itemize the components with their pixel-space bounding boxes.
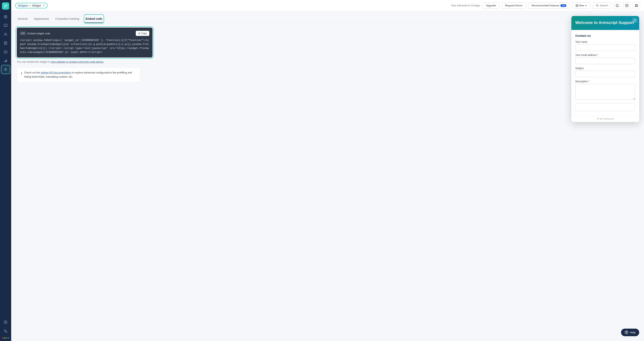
subject-field-group: Subject: [575, 67, 635, 77]
sidebar-contacts-icon[interactable]: [2, 30, 10, 38]
name-label: Your name: [575, 40, 635, 43]
tab-general[interactable]: General: [17, 15, 28, 23]
new-button[interactable]: New: [572, 2, 590, 8]
sidebar-dot-indicators: [2, 338, 9, 338]
name-input[interactable]: [575, 44, 635, 51]
tab-appearance[interactable]: Appearance: [33, 15, 50, 23]
trial-text: Your trial ends in 14 days: [451, 4, 480, 7]
powered-by-text: by Freshworks: [600, 118, 614, 120]
notifications-button[interactable]: [614, 2, 621, 9]
svg-rect-5: [6, 60, 6, 62]
file-upload-area[interactable]: [575, 103, 635, 111]
app-logo[interactable]: [2, 2, 9, 10]
svg-rect-6: [6, 60, 7, 62]
api-docs-link[interactable]: widget API documentation: [41, 71, 71, 74]
sidebar: [0, 0, 11, 341]
description-field-group: Description *: [575, 80, 635, 100]
page-content: General Appearance Frustration tracking …: [11, 11, 644, 341]
breadcrumb-widgets-link[interactable]: Widgets: [18, 4, 28, 7]
description-label: Description *: [575, 80, 635, 83]
code-bracket-icon: </>: [20, 32, 26, 35]
api-info-box: ℹ Check out the widget API documentation…: [17, 67, 140, 82]
widget-panel-title: Welcome to Armscript Support: [575, 20, 635, 25]
search-icon: [596, 4, 599, 7]
copy-button[interactable]: ⧉ Copy: [136, 31, 149, 36]
code-body: <script> window.fwSettings={ 'widget_id'…: [20, 38, 149, 54]
help-floating-label: Help: [630, 331, 636, 334]
copy-label: Copy: [141, 32, 147, 35]
sidebar-conversations-icon[interactable]: [2, 48, 10, 56]
widget-header: Welcome to Armscript Support ✕: [571, 16, 639, 30]
search-label: Search: [600, 4, 608, 7]
recommended-features-button[interactable]: Recommended features 1/6: [528, 2, 570, 8]
breadcrumb-edit-icon[interactable]: ✎: [43, 4, 45, 7]
svg-point-10: [596, 4, 598, 6]
widget-close-button[interactable]: ✕: [632, 18, 637, 23]
email-field-group: Your email address *: [575, 54, 635, 64]
breadcrumb: Widgets > Widget ✎: [15, 3, 48, 8]
breadcrumb-widget-label: Widget: [32, 4, 41, 7]
dot-red: [2, 338, 4, 338]
subject-input[interactable]: [575, 71, 635, 77]
widget-body: Contact us Your name Your email address …: [571, 30, 639, 115]
sidebar-home-icon[interactable]: [2, 13, 10, 21]
subject-label: Subject: [575, 67, 635, 70]
request-demo-button[interactable]: Request Demo: [502, 2, 526, 8]
sidebar-bottom: [2, 318, 10, 338]
dot-blue: [8, 338, 9, 338]
widget-panel: Welcome to Armscript Support ✕ Contact u…: [571, 16, 639, 122]
new-label: New: [579, 4, 584, 7]
embed-info-link[interactable]: your website or product using the code a…: [51, 60, 104, 63]
info-icon: ℹ: [21, 71, 22, 76]
svg-point-8: [4, 321, 7, 324]
help-floating-icon: [625, 330, 628, 334]
svg-point-7: [5, 69, 6, 70]
sidebar-reports-icon[interactable]: [2, 57, 10, 65]
email-label: Your email address *: [575, 54, 635, 56]
code-title-text: Embed widget code: [27, 32, 50, 35]
sidebar-phone-icon[interactable]: [2, 327, 10, 335]
upgrade-button[interactable]: Upgrade: [482, 2, 499, 8]
svg-rect-15: [636, 6, 638, 7]
dot-yellow: [4, 338, 6, 338]
svg-point-0: [4, 15, 7, 18]
api-info-text: Check out the widget API documentation t…: [24, 71, 136, 79]
breadcrumb-separator: >: [29, 4, 31, 7]
name-field-group: Your name: [575, 40, 635, 51]
description-required-marker: *: [588, 80, 590, 83]
freshworks-star-icon: ★: [597, 118, 599, 120]
sidebar-settings-icon[interactable]: [2, 66, 10, 74]
email-required-marker: *: [597, 54, 598, 56]
widget-footer: ★ by Freshworks: [571, 115, 639, 122]
grid-menu-button[interactable]: [633, 2, 640, 9]
tab-frustration-tracking[interactable]: Frustration tracking: [54, 15, 80, 23]
sidebar-chat-icon[interactable]: [2, 22, 10, 30]
help-floating-button[interactable]: Help: [621, 328, 639, 336]
tab-embed-code[interactable]: Embed code: [85, 15, 103, 23]
code-header: </> Embed widget code ⧉ Copy: [20, 31, 149, 36]
svg-rect-14: [635, 6, 636, 7]
sidebar-help-icon[interactable]: [2, 318, 10, 326]
chevron-down-icon: [585, 4, 587, 6]
code-container: </> Embed widget code ⧉ Copy <script> wi…: [17, 28, 152, 58]
email-input[interactable]: [575, 58, 635, 64]
recommended-badge: 1/6: [560, 4, 566, 7]
svg-rect-12: [635, 4, 636, 6]
dot-green: [6, 338, 7, 338]
sidebar-book-icon[interactable]: [2, 39, 10, 47]
search-button[interactable]: Search: [593, 2, 611, 8]
topbar: Widgets > Widget ✎ Your trial ends in 14…: [11, 0, 644, 11]
contact-section-title: Contact us: [575, 34, 635, 37]
tabs: General Appearance Frustration tracking …: [17, 15, 638, 23]
help-button-topbar[interactable]: [623, 2, 630, 9]
svg-rect-4: [4, 61, 5, 62]
new-icon: [576, 4, 578, 7]
svg-rect-1: [4, 24, 7, 26]
embed-info-text: You can embed the widget in your website…: [17, 60, 140, 63]
main-content: Widgets > Widget ✎ Your trial ends in 14…: [11, 0, 644, 341]
code-title: </> Embed widget code: [20, 32, 50, 35]
copy-icon: ⧉: [138, 32, 140, 35]
svg-rect-13: [636, 4, 638, 6]
svg-point-16: [625, 331, 628, 334]
description-input[interactable]: [575, 84, 635, 100]
